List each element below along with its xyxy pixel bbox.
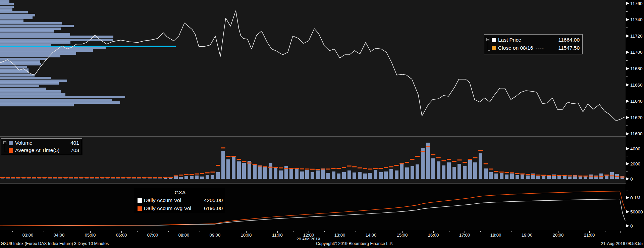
volume-bar (237, 161, 241, 179)
volume-bar (58, 179, 62, 179)
volume-bar (253, 164, 257, 179)
legend-row-average-at-time[interactable]: Average At Time(5) 703 (9, 147, 79, 154)
volume-bar (1, 179, 4, 179)
volume-bar (11, 179, 15, 179)
volume-bar (242, 163, 246, 179)
volume-profile-bar (0, 101, 120, 104)
volume-bar (421, 148, 425, 179)
legend-label: Close on 08/16 (498, 45, 533, 51)
volume-bar (106, 179, 109, 179)
volume-bar (353, 172, 356, 179)
volume-bar (494, 173, 498, 179)
time-label: 15:00 (397, 233, 408, 238)
volume-bar (22, 179, 25, 179)
volume-bar (16, 179, 20, 179)
volume-bar (368, 173, 372, 179)
legend-collapse-icon[interactable] (3, 141, 6, 144)
axis-tick-label: 2000 (630, 161, 640, 166)
last-price-swatch-icon (492, 38, 496, 42)
legend-value: 6195.00 (199, 205, 223, 211)
volume-bar (164, 178, 167, 179)
volume-bar (85, 179, 89, 179)
legend-value: 703 (66, 147, 79, 153)
axis-tick-arrow-icon (626, 162, 629, 165)
volume-legend[interactable]: Volume 401 Average At Time(5) 703 (1, 138, 82, 155)
volume-bar (405, 167, 409, 179)
legend-collapse-icon[interactable] (486, 38, 489, 41)
axis-tick-arrow-icon (626, 51, 629, 54)
legend-label: Average At Time(5) (15, 147, 59, 153)
volume-bar (431, 158, 435, 179)
volume-profile-bar (0, 33, 70, 35)
volume-bar (27, 179, 31, 179)
axis-tick-arrow-icon (626, 147, 629, 150)
gxa-legend[interactable]: GXA Daily Accum Vol 4205.00 Daily Accum … (134, 188, 225, 213)
price-legend[interactable]: Last Price 11664.00 Close on 08/16 ---- … (484, 34, 583, 54)
volume-profile-bar (0, 96, 125, 98)
dash-style-sample: ---- (536, 45, 544, 51)
volume-profile-bar (0, 85, 39, 87)
axis-tick-label: 11680 (630, 66, 643, 71)
volume-bar (200, 177, 204, 179)
volume-bar (584, 176, 587, 179)
copyright-text: Copyright© 2019 Bloomberg Finance L.P. (316, 241, 393, 246)
volume-bar (221, 151, 225, 179)
legend-row-close[interactable]: Close on 08/16 ---- 11547.50 (492, 44, 580, 52)
volume-bar (563, 176, 567, 179)
axis-tick-arrow-icon (626, 132, 629, 135)
volume-bar (305, 170, 309, 179)
volume-bar (347, 170, 351, 179)
time-label: 10:00 (241, 233, 252, 238)
volume-bar (458, 164, 461, 179)
time-label: 17:00 (459, 233, 470, 238)
volume-bar (258, 165, 262, 179)
legend-row-last-price[interactable]: Last Price 11664.00 (492, 36, 580, 44)
volume-bar (516, 175, 519, 179)
axis-tick-label: 11640 (630, 99, 643, 104)
volume-profile-bar (0, 8, 12, 11)
volume-bar (479, 153, 482, 179)
volume-profile-bar (0, 16, 33, 19)
legend-row-daily-accum-vol[interactable]: Daily Accum Vol 4205.00 (138, 196, 223, 204)
volume-profile-bar (0, 19, 23, 22)
volume-profile-bar (0, 25, 74, 27)
time-label: 14:00 (366, 233, 377, 238)
status-bar: GXU9 Index (Eurex DAX Index Future) 3 Da… (0, 240, 644, 248)
volume-bar (384, 171, 388, 179)
legend-value: 11664.00 (554, 37, 580, 43)
legend-row-volume[interactable]: Volume 401 (9, 139, 79, 147)
volume-bar (216, 172, 220, 179)
time-label: 09:00 (210, 233, 221, 238)
volume-bar (526, 176, 530, 179)
volume-profile-bar (0, 80, 67, 82)
volume-bar (6, 179, 10, 179)
volume-bar (437, 161, 440, 179)
volume-profile-bar (0, 104, 74, 106)
volume-bar (326, 173, 330, 179)
volume-bar (489, 172, 493, 179)
axis-tick-arrow-icon (626, 18, 629, 21)
axis-tick-label: 11740 (630, 17, 643, 22)
axis-tick-arrow-icon (626, 225, 629, 228)
volume-profile-bar (0, 39, 113, 41)
legend-tree-line (5, 144, 7, 152)
time-label: 19:00 (522, 233, 533, 238)
axis-tick-label: 0 (630, 177, 633, 182)
volume-profile-bar (0, 55, 60, 57)
accum-avg-swatch-icon (138, 206, 142, 211)
time-label: 07:00 (147, 233, 158, 238)
volume-profile-bar (0, 0, 9, 3)
axis-tick-label: 11760 (630, 1, 643, 6)
volume-profile-bar (0, 82, 59, 85)
daily-accum-vol-line (0, 199, 625, 226)
volume-bar (411, 166, 414, 179)
volume-bar (143, 179, 146, 179)
volume-bar (300, 171, 304, 179)
legend-row-daily-accum-avg-vol[interactable]: Daily Accum Avg Vol 6195.00 (138, 204, 223, 212)
volume-bar (311, 172, 314, 179)
volume-bar (452, 167, 456, 179)
axis-tick-label: 11720 (630, 34, 643, 39)
volume-bar (226, 159, 230, 179)
bloomberg-chart-window: 1176011740117201170011680116601164011620… (0, 0, 644, 248)
volume-bar (232, 157, 235, 179)
